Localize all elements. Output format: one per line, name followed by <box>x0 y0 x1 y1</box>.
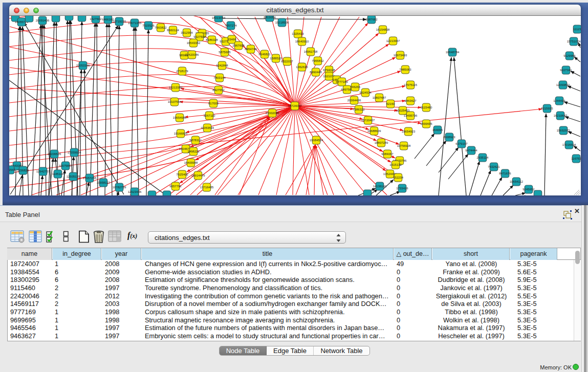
svg-text:19654985: 19654985 <box>173 116 187 119</box>
svg-text:9129966: 9129966 <box>563 54 576 57</box>
svg-text:7632621: 7632621 <box>488 165 500 168</box>
svg-text:9227341: 9227341 <box>560 69 572 72</box>
svg-text:1733426: 1733426 <box>396 187 408 190</box>
svg-text:14136141: 14136141 <box>373 185 387 188</box>
svg-text:1156829: 1156829 <box>17 169 30 172</box>
svg-text:3624534: 3624534 <box>359 91 372 94</box>
svg-text:2935114: 2935114 <box>477 156 489 159</box>
svg-text:7955812: 7955812 <box>312 59 324 62</box>
svg-text:3912954: 3912954 <box>181 31 193 34</box>
svg-text:164095: 164095 <box>432 128 443 132</box>
svg-text:11353594: 11353594 <box>201 126 214 129</box>
svg-text:9245652: 9245652 <box>522 188 535 191</box>
svg-text:17975115: 17975115 <box>404 83 418 86</box>
svg-text:1615132: 1615132 <box>389 163 402 166</box>
svg-text:10756928: 10756928 <box>397 144 411 147</box>
svg-text:9474444: 9474444 <box>465 149 477 152</box>
svg-text:16848784: 16848784 <box>446 51 460 54</box>
svg-text:9777169: 9777169 <box>336 80 348 83</box>
svg-text:8186328: 8186328 <box>206 38 218 41</box>
svg-text:1325419: 1325419 <box>292 32 304 35</box>
svg-text:12505135: 12505135 <box>67 175 80 178</box>
svg-text:2967608: 2967608 <box>232 44 245 47</box>
svg-text:9084067: 9084067 <box>381 152 394 156</box>
svg-text:7803144: 7803144 <box>213 76 226 79</box>
svg-text:10958127: 10958127 <box>97 181 111 184</box>
svg-text:5875685: 5875685 <box>219 51 231 54</box>
svg-text:19654923: 19654923 <box>402 130 416 133</box>
svg-text:18640910: 18640910 <box>295 40 309 43</box>
svg-text:13495796: 13495796 <box>404 114 418 117</box>
svg-text:13716485: 13716485 <box>200 186 214 189</box>
svg-text:7515526: 7515526 <box>142 24 155 27</box>
svg-text:17016504: 17016504 <box>562 143 576 146</box>
svg-text:9657791: 9657791 <box>169 185 182 188</box>
svg-text:16543362: 16543362 <box>187 41 201 45</box>
svg-text:20091406: 20091406 <box>36 19 50 22</box>
svg-text:17359924: 17359924 <box>68 151 81 154</box>
svg-text:15751074: 15751074 <box>567 40 581 43</box>
svg-text:15466: 15466 <box>228 38 236 41</box>
svg-text:7386322: 7386322 <box>353 108 365 111</box>
svg-text:20053346: 20053346 <box>76 64 90 67</box>
svg-text:12923446: 12923446 <box>128 190 142 193</box>
svg-text:8990448: 8990448 <box>310 71 322 74</box>
svg-text:62160: 62160 <box>386 102 395 105</box>
svg-text:7357274: 7357274 <box>225 24 237 27</box>
svg-text:18724007: 18724007 <box>288 104 302 107</box>
svg-text:746266: 746266 <box>350 85 361 89</box>
svg-text:9146821: 9146821 <box>258 53 271 56</box>
svg-text:20364436: 20364436 <box>347 99 361 102</box>
svg-text:19218506: 19218506 <box>275 21 289 24</box>
svg-text:1362615: 1362615 <box>296 65 308 69</box>
svg-text:6379197: 6379197 <box>455 142 468 145</box>
svg-text:10654112: 10654112 <box>510 180 524 183</box>
svg-text:10688609: 10688609 <box>367 129 381 133</box>
svg-text:7663822: 7663822 <box>155 26 167 29</box>
svg-text:9242848: 9242848 <box>216 64 228 67</box>
svg-text:8813054: 8813054 <box>264 16 276 19</box>
svg-text:12942757: 12942757 <box>36 170 50 173</box>
svg-text:16409948: 16409948 <box>184 161 198 164</box>
svg-text:16961758: 16961758 <box>304 50 318 53</box>
svg-text:1527602: 1527602 <box>90 17 102 20</box>
svg-text:15692971: 15692971 <box>557 129 571 132</box>
svg-text:18313054: 18313054 <box>212 16 226 19</box>
svg-text:16210643: 16210643 <box>554 114 568 117</box>
svg-text:10807487: 10807487 <box>373 96 386 99</box>
svg-text:19384554: 19384554 <box>310 139 323 142</box>
svg-text:6322037: 6322037 <box>281 60 293 63</box>
svg-text:17957255: 17957255 <box>83 177 97 180</box>
svg-text:1498222: 1498222 <box>187 150 200 153</box>
svg-text:1588520: 1588520 <box>270 57 282 60</box>
svg-text:9699695: 9699695 <box>420 122 432 125</box>
svg-text:19166825: 19166825 <box>174 132 188 135</box>
svg-text:10671355: 10671355 <box>128 21 142 25</box>
svg-text:18807249: 18807249 <box>375 141 388 144</box>
svg-text:7625402: 7625402 <box>176 173 188 176</box>
svg-text:22420046: 22420046 <box>185 53 199 56</box>
svg-text:2718179: 2718179 <box>176 70 188 73</box>
svg-text:15720407: 15720407 <box>361 119 375 122</box>
svg-text:16154838: 16154838 <box>376 28 390 31</box>
svg-text:8454749: 8454749 <box>245 48 257 51</box>
svg-text:7485063: 7485063 <box>399 68 411 71</box>
svg-text:1244415: 1244415 <box>553 99 565 102</box>
svg-text:8660124: 8660124 <box>167 29 179 32</box>
svg-text:16782759: 16782759 <box>113 186 126 189</box>
svg-text:11123: 11123 <box>573 28 581 31</box>
svg-text:12213967: 12213967 <box>386 39 400 42</box>
svg-text:152234: 152234 <box>393 176 404 179</box>
svg-text:817006: 817006 <box>208 102 219 105</box>
svg-text:8215935: 8215935 <box>541 107 553 110</box>
svg-text:10719155: 10719155 <box>113 20 126 23</box>
svg-text:12213389: 12213389 <box>169 86 183 89</box>
svg-text:8427552: 8427552 <box>212 89 225 92</box>
svg-text:20206526: 20206526 <box>48 152 61 156</box>
svg-text:16914479: 16914479 <box>191 174 205 177</box>
svg-text:12093832: 12093832 <box>556 83 570 86</box>
svg-text:116753: 116753 <box>571 157 581 160</box>
svg-text:8938923: 8938923 <box>443 136 455 139</box>
svg-text:10973493: 10973493 <box>394 54 407 57</box>
svg-text:10975867: 10975867 <box>59 164 73 167</box>
